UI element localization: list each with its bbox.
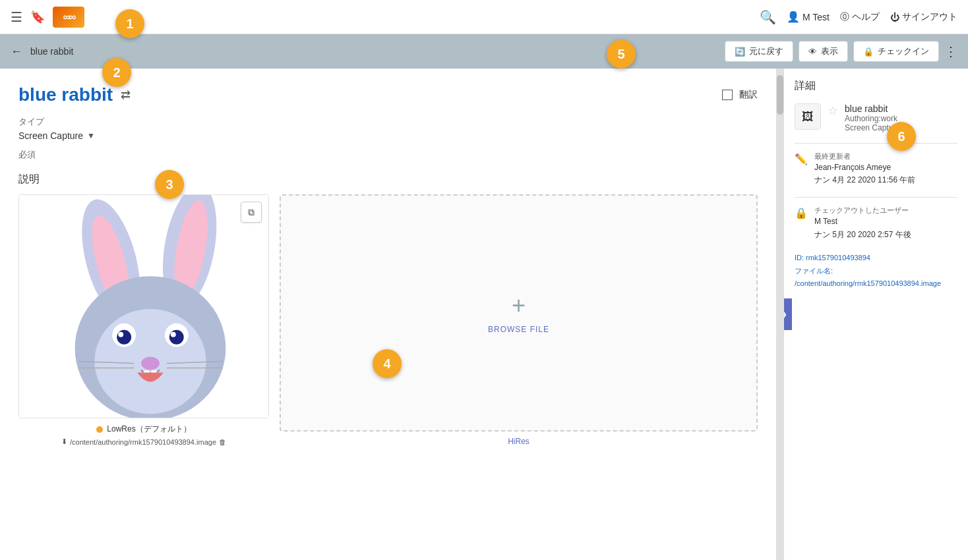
lowres-dot xyxy=(96,426,103,433)
copy-icon-button[interactable]: ⧉ xyxy=(241,202,262,223)
edit-icon: ✏️ xyxy=(795,153,808,165)
checked-out-date: ナン 5月 20 2020 2:57 午後 xyxy=(814,229,911,241)
sidebar-item-type: Screen Capture xyxy=(845,123,900,132)
help-icon: ⓪ xyxy=(840,11,849,23)
scrollbar-thumb xyxy=(777,75,783,115)
file-path-text: /content/authoring/rmk1579010493894.imag… xyxy=(70,438,216,446)
download-icon[interactable]: ⬇ xyxy=(61,437,67,446)
sidebar-toggle[interactable]: ❯ xyxy=(783,298,792,330)
lock-checkout-icon: 🔒 xyxy=(795,207,808,219)
lock-icon: 🔒 xyxy=(863,47,874,57)
dropdown-arrow-icon: ▼ xyxy=(87,131,95,140)
sidebar-thumbnail: 🖼 xyxy=(795,103,821,130)
user-info: 👤 M Test xyxy=(787,11,830,23)
plus-icon: + xyxy=(512,292,526,320)
more-button[interactable]: ⋮ xyxy=(944,43,957,59)
sidebar-id-section: ID: rmk1579010493894 ファイル名: /content/aut… xyxy=(795,252,957,291)
checked-out-user: M Test xyxy=(814,215,911,228)
hires-image-box[interactable]: + BROWSE FILE xyxy=(280,194,758,432)
sidebar-divider-1 xyxy=(795,143,957,144)
eye-icon: 👁 xyxy=(808,47,817,57)
svg-point-12 xyxy=(171,332,176,337)
type-value: Screen Capture xyxy=(18,130,83,141)
user-icon: 👤 xyxy=(787,11,800,23)
help-link[interactable]: ⓪ ヘルプ xyxy=(840,11,880,23)
hires-label: HiRes xyxy=(508,437,529,446)
power-icon: ⏻ xyxy=(890,12,899,22)
translate-label: 翻訳 xyxy=(739,89,758,101)
type-dropdown[interactable]: Screen Capture ▼ xyxy=(18,130,758,141)
hamburger-icon[interactable]: ☰ xyxy=(11,9,22,25)
top-nav: ☰ 🔖 🔍 👤 M Test ⓪ ヘルプ ⏻ サインアウト xyxy=(0,0,968,34)
content-title: blue rabbit xyxy=(18,84,113,105)
signout-label: サインアウト xyxy=(902,11,957,23)
revert-button[interactable]: 🔄 元に戻す xyxy=(725,41,793,62)
svg-point-9 xyxy=(118,332,123,337)
search-icon[interactable]: 🔍 xyxy=(760,9,776,25)
checkin-label: チェックイン xyxy=(878,45,929,57)
view-button[interactable]: 👁 表示 xyxy=(799,41,848,62)
svg-point-13 xyxy=(141,357,160,370)
checkin-button[interactable]: 🔒 チェックイン xyxy=(853,41,939,62)
right-sidebar: ❯ 詳細 🖼 ☆ blue rabbit Authoring:work Scre… xyxy=(783,69,968,560)
brand-logo xyxy=(53,7,84,28)
last-updated-date: ナン 4月 22 2020 11:56 午前 xyxy=(814,174,915,186)
lowres-image-box: ⧉ xyxy=(18,194,269,418)
sidebar-item-sub: Authoring:work xyxy=(845,114,900,123)
svg-point-11 xyxy=(169,330,184,345)
back-icon[interactable]: ← xyxy=(11,45,22,59)
sidebar-id-text: ID: rmk1579010493894 xyxy=(795,252,957,265)
view-label: 表示 xyxy=(821,45,838,57)
sidebar-star[interactable]: ☆ xyxy=(828,103,838,118)
translate-icon[interactable]: ⇄ xyxy=(121,88,131,102)
revert-icon: 🔄 xyxy=(735,47,745,57)
help-label: ヘルプ xyxy=(852,11,880,23)
sidebar-filename-text: ファイル名: /content/authoring/rmk15790104938… xyxy=(795,265,957,291)
translate-checkbox[interactable] xyxy=(722,90,733,100)
svg-point-8 xyxy=(117,330,131,345)
revert-label: 元に戻す xyxy=(749,45,783,57)
lowres-label: LowRes（デフォルト） xyxy=(107,424,191,435)
required-label: 必須 xyxy=(18,149,758,161)
sidebar-title: 詳細 xyxy=(795,79,957,93)
bookmark-icon[interactable]: 🔖 xyxy=(30,10,45,24)
main-scrollbar[interactable] xyxy=(777,69,783,560)
last-updated-user: Jean-François Ameye xyxy=(814,161,915,174)
sidebar-divider-2 xyxy=(795,197,957,198)
type-field-label: タイプ xyxy=(18,116,758,128)
sub-nav: ← blue rabbit 🔄 元に戻す 👁 表示 🔒 チェックイン ⋮ xyxy=(0,34,968,69)
sub-nav-title: blue rabbit xyxy=(30,46,717,57)
user-name: M Test xyxy=(802,12,830,22)
sidebar-item-name: blue rabbit xyxy=(845,103,900,114)
description-label: 説明 xyxy=(18,173,758,186)
browse-label: BROWSE FILE xyxy=(488,325,549,334)
delete-icon[interactable]: 🗑 xyxy=(219,438,226,446)
checked-out-label: チェックアウトしたユーザー xyxy=(814,206,911,215)
left-panel: blue rabbit ⇄ 翻訳 タイプ Screen Capture ▼ 必須… xyxy=(0,69,777,560)
signout-link[interactable]: ⏻ サインアウト xyxy=(890,11,957,23)
last-updated-label: 最終更新者 xyxy=(814,152,915,161)
